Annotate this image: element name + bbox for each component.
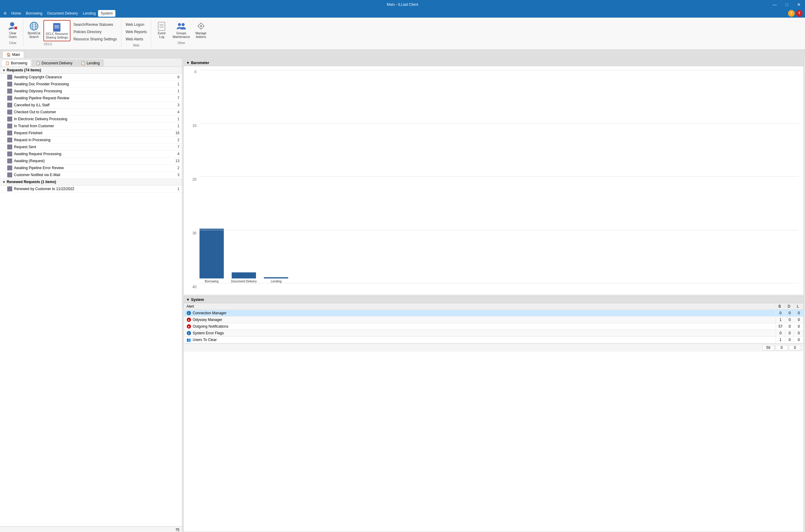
tree-row[interactable]: In Transit from Customer 1 (0, 123, 182, 130)
svg-rect-30 (8, 90, 11, 93)
ribbon-item-groups-maintenance[interactable]: GroupsMaintenance (171, 20, 192, 40)
ribbon-item-oclc-resource[interactable]: OCLC ResourceSharing Settings (43, 20, 71, 41)
tree-row-icon (7, 96, 12, 100)
svg-rect-57 (8, 152, 11, 155)
tree-row[interactable]: Request in Processing 2 (0, 137, 182, 144)
td-l: 0 (794, 323, 804, 330)
panel-tab-lending[interactable]: 📋 Lending (77, 59, 103, 66)
system-footer: 59 0 0 (184, 343, 804, 352)
clear-users-label: ClearUsers (9, 32, 17, 39)
ribbon-web-logon[interactable]: Web Logon (124, 21, 149, 28)
title-bar: Main - ILLiad Client — □ ✕ (0, 0, 805, 9)
lending-tab-icon: 📋 (81, 61, 85, 65)
tree-row-icon (7, 124, 12, 129)
hamburger-menu[interactable]: ≡ (1, 10, 9, 17)
th-d: D (785, 303, 794, 310)
svg-rect-33 (8, 97, 11, 100)
tree-row[interactable]: Checked Out to Customer 4 (0, 109, 182, 116)
ribbon-policies-directory[interactable]: Policies Directory (72, 28, 119, 35)
td-b: 0 (776, 310, 785, 317)
menu-borrowing[interactable]: Borrowing (23, 10, 45, 17)
table-row[interactable]: i Connection Manager 0 0 0 (184, 310, 804, 317)
tree-row-count: 16 (170, 131, 179, 135)
menu-home[interactable]: Home (9, 10, 23, 17)
requests-section-header[interactable]: ▼ Requests (74 items) (0, 67, 182, 74)
close-button[interactable]: ✕ (793, 0, 805, 9)
ribbon-search-review[interactable]: Search/Review Statuses (72, 21, 119, 28)
table-row[interactable]: 👥 Users To Clear 1 0 0 (184, 337, 804, 343)
td-d: 0 (785, 337, 794, 343)
oclc-resource-icon (52, 22, 62, 32)
tree-row[interactable]: Awaiting Odyssey Processing 1 (0, 88, 182, 95)
error-icon: ● (187, 324, 191, 328)
minimize-button[interactable]: — (769, 0, 781, 9)
tree-row[interactable]: Awaiting Request Processing 4 (0, 151, 182, 157)
maximize-button[interactable]: □ (781, 0, 793, 9)
ribbon-oclc-small: Search/Review Statuses Policies Director… (72, 21, 119, 42)
svg-rect-12 (158, 22, 165, 30)
info-icon: i (187, 331, 191, 335)
tree-row[interactable]: Request Sent 7 (0, 144, 182, 151)
requests-section-label: Requests (74 items) (7, 68, 41, 72)
renewed-section-header[interactable]: ▼ Renewed Requests (1 items) (0, 178, 182, 186)
tree-row[interactable]: Awaiting Pipeline Request Review 7 (0, 95, 182, 102)
ribbon-item-event-log[interactable]: EventLog (154, 20, 169, 40)
menu-system[interactable]: System (98, 10, 115, 17)
ribbon-group-clear-label: Clear (9, 40, 16, 45)
th-l: L (794, 303, 804, 310)
ribbon-web-small: Web Logon Web Reports Web Alerts (124, 21, 149, 42)
svg-rect-66 (8, 173, 11, 176)
tree-row-icon (7, 131, 12, 135)
svg-point-17 (181, 23, 185, 26)
ribbon-web-reports[interactable]: Web Reports (124, 28, 149, 35)
svg-rect-45 (8, 125, 11, 128)
tree-row[interactable]: Awaiting Pipeline Error Review 2 (0, 165, 182, 172)
tree-row[interactable]: Cancelled by ILL Staff 3 (0, 102, 182, 109)
tree-row[interactable]: In Electronic Delivery Processing 1 (0, 116, 182, 123)
ribbon-group-web-label: Web (133, 42, 139, 47)
tree-row[interactable]: Request Finished 16 (0, 130, 182, 137)
td-b: 0 (776, 330, 785, 337)
svg-rect-8 (53, 23, 60, 32)
requests-collapse-arrow: ▼ (2, 69, 5, 72)
tree-row-icon (7, 117, 12, 121)
tree-row[interactable]: Awaiting Copyright Clearance 9 (0, 74, 182, 81)
tree-row-count: 3 (170, 173, 179, 177)
td-l: 0 (794, 317, 804, 323)
tree-row-count: 4 (170, 152, 179, 156)
clear-users-icon (8, 21, 18, 31)
main-tab[interactable]: 🏠 Main (2, 51, 24, 58)
table-row[interactable]: i System Error Flags 0 0 0 (184, 330, 804, 337)
tree-row[interactable]: Awaiting (Request) 13 (0, 157, 182, 165)
ribbon-resource-sharing[interactable]: Resource Sharing Settings (72, 36, 119, 42)
ribbon-group-clear: ClearUsers Clear (2, 19, 23, 46)
left-panel: 📋 Borrowing 📋 Document Delivery 📋 Lendin… (0, 58, 182, 532)
title-bar-controls: — □ ✕ (769, 0, 805, 9)
td-l: 0 (794, 310, 804, 317)
table-row[interactable]: ● Outgoing Notifications 57 0 0 (184, 323, 804, 330)
tree-row-text: Awaiting Odyssey Processing (14, 89, 170, 93)
tree-row[interactable]: Customer Notified via E-Mail 3 (0, 172, 182, 178)
svg-rect-60 (8, 159, 11, 163)
help-icon1[interactable]: ? (788, 10, 795, 17)
ribbon-group-oclc: WorldCatSearch OCLC ResourceSharing Sett… (23, 19, 121, 47)
tree-row[interactable]: Renewed by Customer to 11/22/2022 1 (0, 186, 182, 192)
panel-tab-borrowing[interactable]: 📋 Borrowing (1, 59, 31, 66)
table-row[interactable]: ● Odyssey Manager 1 0 0 (184, 317, 804, 323)
ribbon-item-worldcat[interactable]: WorldCatSearch (26, 20, 42, 40)
ribbon-web-alerts[interactable]: Web Alerts (124, 36, 149, 42)
tree-row-text: Awaiting Pipeline Error Review (14, 166, 170, 170)
barometer-panel: ▼ Barometer 40 30 20 10 0 (184, 59, 804, 295)
ribbon-item-manage-addons[interactable]: ManageAddons (193, 20, 209, 40)
chart-background (199, 70, 799, 283)
help-icon2[interactable]: ? (796, 10, 803, 17)
menu-document-delivery[interactable]: Document Delivery (45, 10, 80, 17)
menu-lending[interactable]: Lending (80, 10, 98, 17)
tree-row-icon (7, 82, 12, 87)
ribbon-item-clear-users[interactable]: ClearUsers (5, 20, 21, 40)
panel-tab-document-delivery[interactable]: 📋 Document Delivery (32, 59, 76, 66)
tree-row[interactable]: Awaiting Doc Provider Processing 1 (0, 81, 182, 88)
svg-rect-27 (8, 82, 11, 86)
th-b: B (776, 303, 785, 310)
renewed-section-label: Renewed Requests (1 items) (7, 180, 56, 184)
